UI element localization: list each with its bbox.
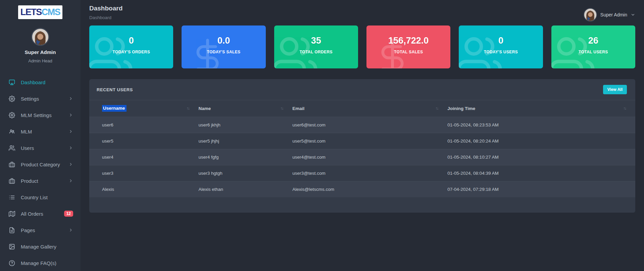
cell-username: user6 <box>89 117 198 133</box>
cell-email: user3@test.com <box>292 165 447 181</box>
users-icon <box>9 145 15 151</box>
avatar <box>31 28 49 46</box>
sidebar-item-pages[interactable]: Pages <box>0 223 81 237</box>
sidebar-item-mlm-settings[interactable]: MLM Settings <box>0 108 81 122</box>
stat-value: 0.0 <box>182 36 265 46</box>
user-menu[interactable]: Super Admin <box>584 8 635 21</box>
stat-value: 0 <box>89 36 173 46</box>
breadcrumb: Dashboard <box>89 15 635 20</box>
airplay-icon <box>9 79 15 86</box>
cell-name: user4 fgfg <box>198 149 292 165</box>
stat-card-todays-sales: 0.0 TODAY'S SALES <box>182 25 265 68</box>
sidebar-item-product-category[interactable]: Product Category <box>0 158 81 171</box>
cell-name: user3 hgtgh <box>198 165 292 181</box>
stat-label: TODAY'S SALES <box>182 50 265 54</box>
briefcase-icon <box>9 161 15 168</box>
sidebar-item-label: Settings <box>21 96 39 102</box>
gear-icon <box>9 112 15 118</box>
file-icon <box>9 227 15 233</box>
column-label: Name <box>198 106 211 111</box>
orders-count-badge: 12 <box>64 211 73 217</box>
page-title: Dashboard <box>89 5 635 12</box>
sidebar-item-label: MLM <box>21 129 32 134</box>
sidebar-item-users[interactable]: Users <box>0 141 81 155</box>
stat-label: TODAY'S USERS <box>459 50 543 54</box>
sort-icon: ↑↓ <box>280 106 283 111</box>
sidebar-item-manage-gallery[interactable]: Manage Gallery <box>0 240 81 253</box>
panel-footer-spacer <box>89 197 635 213</box>
sidebar-item-label: MLM Settings <box>21 112 52 118</box>
sidebar-item-label: Manage FAQ(s) <box>21 260 56 266</box>
brand-logo-lets: LETS <box>20 7 42 17</box>
view-all-button[interactable]: View All <box>603 85 627 94</box>
sidebar-item-label: Product Category <box>21 162 60 167</box>
column-header-name[interactable]: Name↑↓ <box>198 100 292 117</box>
column-label: Username <box>102 105 127 112</box>
gear-icon <box>9 96 15 102</box>
sidebar-item-country-list[interactable]: Country List <box>0 191 81 204</box>
brand-logo-cms: CMS <box>42 7 60 17</box>
cell-joining-time: 01-05-2024, 08:20:24 AM <box>447 133 635 149</box>
main-content: Dashboard Dashboard Super Admin 0 TODAY'… <box>81 0 644 271</box>
sidebar-item-mlm[interactable]: MLM <box>0 125 81 138</box>
stat-label: TOTAL ORDERS <box>274 50 358 54</box>
sidebar-item-settings[interactable]: Settings <box>0 92 81 105</box>
avatar-image <box>584 9 596 21</box>
cell-name: Alexis ethan <box>198 181 292 197</box>
stat-card-total-users: 26 TOTAL USERS <box>551 25 635 68</box>
sidebar-item-dashboard[interactable]: Dashboard <box>0 75 81 89</box>
sidebar-item-product[interactable]: Product <box>0 174 81 187</box>
stat-value: 35 <box>274 36 358 46</box>
user-menu-name: Super Admin <box>600 12 627 17</box>
sidebar-user-role: Admin Head <box>0 58 81 63</box>
cell-username: user4 <box>89 149 198 165</box>
sidebar-item-label: Dashboard <box>21 79 45 85</box>
stat-value: 0 <box>459 36 543 46</box>
chevron-right-icon <box>68 96 73 101</box>
sidebar-item-manage-faqs[interactable]: Manage FAQ(s) <box>0 256 81 270</box>
column-header-username[interactable]: Username↑↓ <box>89 100 198 117</box>
table-row: Alexis Alexis ethan Alexis@letscms.com 0… <box>89 181 635 197</box>
sidebar-item-label: Manage Gallery <box>21 244 56 250</box>
sidebar-item-label: Product <box>21 178 38 184</box>
help-icon <box>9 260 15 266</box>
stat-card-total-orders: 35 TOTAL ORDERS <box>274 25 358 68</box>
avatar-image <box>32 29 48 45</box>
cell-email: user4@test.com <box>292 149 447 165</box>
column-label: Joining Time <box>447 106 475 111</box>
stat-value: 26 <box>551 36 635 46</box>
brand-logo[interactable]: LETSCMS <box>18 5 62 19</box>
stat-value: 156,722.0 <box>366 36 450 46</box>
cell-username: user3 <box>89 165 198 181</box>
sidebar-item-label: Users <box>21 145 34 151</box>
column-header-email[interactable]: Email↑↓ <box>292 100 447 117</box>
sort-icon: ↑↓ <box>186 106 189 111</box>
cell-email: user5@test.com <box>292 133 447 149</box>
stat-card-total-sales: 156,722.0 TOTAL SALES <box>366 25 450 68</box>
table-row: user5 user5 jhjhj user5@test.com 01-05-2… <box>89 133 635 149</box>
recent-users-table: Username↑↓ Name↑↓ Email↑↓ Joining Time↑↓… <box>89 100 635 197</box>
group-icon <box>9 128 15 135</box>
sidebar-nav: Dashboard Settings MLM Settings MLM User… <box>0 75 81 270</box>
sort-icon: ↑↓ <box>623 106 626 111</box>
list-icon <box>9 194 15 201</box>
chevron-right-icon <box>68 162 73 167</box>
recent-users-panel: RECENT USERS View All Username↑↓ Name↑↓ … <box>89 79 635 213</box>
chevron-right-icon <box>68 228 73 232</box>
chevron-right-icon <box>68 146 73 150</box>
cell-email: Alexis@letscms.com <box>292 181 447 197</box>
stat-label: TOTAL SALES <box>366 50 450 54</box>
map-icon <box>9 211 15 217</box>
stat-card-todays-users: 0 TODAY'S USERS <box>459 25 543 68</box>
cell-joining-time: 01-05-2024, 08:04:39 AM <box>447 165 635 181</box>
cell-name: user5 jhjhj <box>198 133 292 149</box>
cell-joining-time: 01-05-2024, 08:23:53 AM <box>447 117 635 133</box>
column-header-joining-time[interactable]: Joining Time↑↓ <box>447 100 635 117</box>
sidebar-item-label: Pages <box>21 227 35 233</box>
briefcase-icon <box>9 178 15 184</box>
column-label: Email <box>292 106 304 111</box>
chevron-right-icon <box>68 129 73 134</box>
cell-email: user6@test.com <box>292 117 447 133</box>
sidebar-item-all-orders[interactable]: All Orders 12 <box>0 207 81 220</box>
table-row: user6 user6 jkhjh user6@test.com 01-05-2… <box>89 117 635 133</box>
